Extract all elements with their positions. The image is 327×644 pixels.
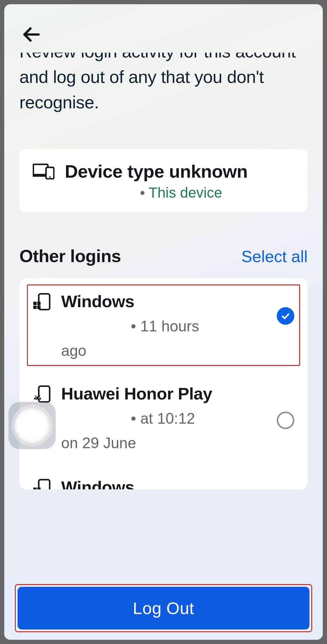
arrow-left-icon xyxy=(19,22,44,47)
floating-assistive-widget[interactable] xyxy=(8,402,56,449)
screen: Review login activity for this account a… xyxy=(4,4,323,640)
svg-point-3 xyxy=(49,176,51,178)
svg-rect-7 xyxy=(33,306,37,309)
svg-rect-6 xyxy=(37,302,41,305)
login-subtitle: • at 10:12 xyxy=(61,407,266,430)
assistive-circle-icon xyxy=(15,408,50,443)
other-logins-header: Other logins Select all xyxy=(19,246,308,266)
back-button[interactable] xyxy=(19,22,44,47)
select-all-button[interactable]: Select all xyxy=(241,247,308,266)
login-item-windows-2[interactable]: Windows xyxy=(19,462,308,489)
login-subtitle-2: on 29 June xyxy=(61,434,266,452)
header-bar xyxy=(4,4,323,53)
svg-rect-16 xyxy=(37,488,41,489)
check-icon xyxy=(281,311,290,321)
unselected-checkbox[interactable] xyxy=(277,412,294,429)
svg-point-11 xyxy=(38,397,40,399)
logout-button[interactable]: Log Out xyxy=(18,587,309,629)
content-area: Review login activity for this account a… xyxy=(4,53,323,579)
login-item-huawei[interactable]: Huawei Honor Play • at 10:12 on 29 June xyxy=(19,367,308,462)
other-logins-title: Other logins xyxy=(19,246,121,266)
svg-rect-8 xyxy=(37,306,41,309)
svg-rect-15 xyxy=(33,488,37,489)
current-device-badge: •This device xyxy=(33,184,294,201)
login-title: Windows xyxy=(61,477,294,489)
current-device-title: Device type unknown xyxy=(65,161,248,182)
login-title: Windows xyxy=(61,291,266,312)
android-device-icon xyxy=(33,385,51,404)
svg-point-10 xyxy=(35,397,37,399)
description-clip: Review login activity for this account a… xyxy=(19,53,308,140)
selected-checkbox[interactable] xyxy=(277,307,294,325)
login-item-windows-selected[interactable]: Windows • 11 hours ago xyxy=(26,284,301,367)
login-subtitle-2: ago xyxy=(61,342,266,360)
svg-line-12 xyxy=(35,395,36,397)
windows-device-icon xyxy=(33,293,51,312)
logout-highlight: Log Out xyxy=(16,586,311,631)
page-description: Review login activity for this account a… xyxy=(19,53,308,115)
logins-list: Windows • 11 hours ago xyxy=(19,278,308,489)
windows-device-icon xyxy=(33,478,51,489)
login-title: Huawei Honor Play xyxy=(61,383,266,404)
devices-icon xyxy=(33,163,54,181)
current-device-card[interactable]: Device type unknown •This device xyxy=(19,149,308,212)
svg-rect-9 xyxy=(39,386,50,402)
device-frame: Review login activity for this account a… xyxy=(0,0,327,644)
svg-rect-5 xyxy=(33,302,37,305)
bottom-action-bar: Log Out xyxy=(4,579,323,640)
login-subtitle: • 11 hours xyxy=(61,315,266,338)
